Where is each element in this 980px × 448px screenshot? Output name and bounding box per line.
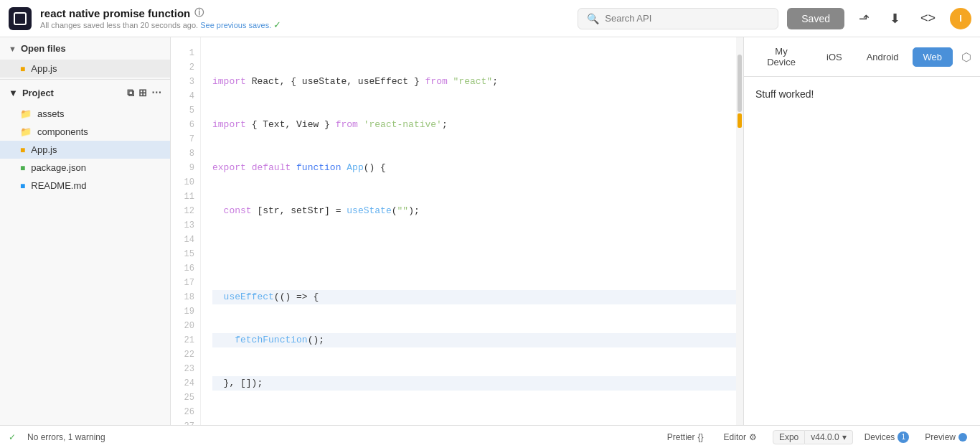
saved-button[interactable]: Saved — [787, 8, 844, 29]
code-line-8: }, []); — [212, 376, 736, 391]
tab-android[interactable]: Android — [856, 47, 910, 67]
expo-selector: Expo v44.0.0 ▾ — [773, 430, 853, 444]
file-js-icon: ■ — [20, 64, 25, 74]
sidebar-item-readmemd[interactable]: ■ README.md — [0, 177, 170, 195]
sidebar-open-file-appjs[interactable]: ■ App.js — [0, 60, 170, 78]
header: react native promise function ⓘ All chan… — [0, 0, 980, 37]
folder-icon: 📁 — [20, 126, 32, 137]
title-area: react native promise function ⓘ All chan… — [40, 6, 281, 30]
chevron-down-icon: ▼ — [9, 45, 17, 53]
editor-label: Editor — [724, 432, 746, 442]
chevron-down-icon: ▾ — [842, 432, 847, 442]
code-view: 12345 678910 1112131415 1617181920 21222… — [171, 37, 743, 425]
file-js-icon: ■ — [20, 145, 25, 155]
code-line-3: export default function App() { — [212, 161, 736, 175]
preview-active-dot — [958, 433, 967, 442]
search-bar: 🔍 — [578, 8, 778, 29]
code-line-2: import { Text, View } from 'react-native… — [212, 118, 736, 132]
open-files-section[interactable]: ▼ Open files — [0, 37, 170, 60]
new-folder-icon[interactable]: ⊞ — [138, 87, 147, 99]
file-md-icon: ■ — [20, 181, 25, 191]
code-view-toggle-button[interactable]: <> — [915, 8, 941, 29]
preview-label: Preview — [925, 432, 956, 442]
prettier-label: Prettier — [667, 432, 695, 442]
gear-icon: ⚙ — [749, 432, 757, 442]
tab-my-device[interactable]: My Device — [750, 42, 813, 72]
expo-version-dropdown[interactable]: v44.0.0 ▾ — [805, 430, 852, 444]
divider — [0, 79, 170, 80]
project-section[interactable]: ▼ Project ⧉ ⊞ ⋯ — [0, 81, 170, 105]
code-line-9 — [212, 419, 736, 425]
folder-icon: 📁 — [20, 108, 32, 119]
project-actions: ⧉ ⊞ ⋯ — [127, 87, 161, 99]
open-files-label: Open files — [21, 43, 66, 54]
project-label: Project — [22, 88, 54, 98]
prettier-button[interactable]: Prettier {} — [663, 431, 708, 444]
code-line-7: fetchFunction(); — [212, 333, 736, 347]
editor-button[interactable]: Editor ⚙ — [720, 431, 761, 444]
status-bar: ✓ No errors, 1 warning Prettier {} Edito… — [0, 425, 980, 448]
code-line-4: const [str, setStr] = useState(""); — [212, 204, 736, 218]
status-no-errors: No errors, 1 warning — [27, 432, 105, 442]
devices-count-badge: 1 — [897, 431, 909, 443]
tab-ios[interactable]: iOS — [816, 47, 853, 67]
scroll-thumb — [738, 55, 742, 112]
info-icon[interactable]: ⓘ — [194, 6, 204, 19]
main-body: ▼ Open files ■ App.js ▼ Project ⧉ ⊞ ⋯ 📁 … — [0, 37, 980, 425]
devices-button[interactable]: Devices 1 — [864, 431, 910, 443]
search-input[interactable] — [605, 13, 769, 24]
download-icon-button[interactable]: ⬇ — [884, 8, 906, 29]
autosave-status: All changes saved less than 20 seconds a… — [40, 19, 281, 30]
chevron-down-icon: ▼ — [9, 88, 18, 98]
external-link-icon[interactable]: ⬡ — [958, 47, 974, 67]
status-check-icon: ✓ — [9, 432, 16, 442]
scroll-orange-marker — [738, 113, 742, 128]
new-file-icon[interactable]: ⧉ — [127, 87, 134, 99]
code-line-6: useEffect(() => { — [212, 290, 736, 304]
logo — [9, 7, 32, 30]
code-content[interactable]: import React, { useState, useEffect } fr… — [201, 37, 736, 425]
editor-area: 12345 678910 1112131415 1617181920 21222… — [171, 37, 743, 425]
preview-output-text: Stuff worked! — [755, 88, 814, 100]
sidebar-item-components[interactable]: 📁 components — [0, 123, 170, 141]
code-line-5 — [212, 247, 736, 261]
preview-tabs: My Device iOS Android Web ⬡ — [744, 37, 980, 77]
sidebar: ▼ Open files ■ App.js ▼ Project ⧉ ⊞ ⋯ 📁 … — [0, 37, 171, 425]
user-avatar[interactable]: I — [950, 8, 971, 29]
sidebar-item-appjs[interactable]: ■ App.js — [0, 141, 170, 159]
preview-button[interactable]: Preview — [920, 431, 971, 444]
preview-content: Stuff worked! — [744, 77, 980, 425]
search-icon: 🔍 — [587, 13, 599, 24]
logo-inner — [14, 12, 27, 25]
scroll-indicator — [736, 37, 743, 425]
line-numbers: 12345 678910 1112131415 1617181920 21222… — [171, 37, 201, 425]
sidebar-item-assets[interactable]: 📁 assets — [0, 105, 170, 123]
saved-checkmark: ✓ — [273, 19, 281, 30]
sidebar-item-packagejson[interactable]: ■ package.json — [0, 159, 170, 177]
more-options-icon[interactable]: ⋯ — [151, 87, 161, 99]
open-file-name: App.js — [31, 63, 57, 74]
prettier-icon: {} — [698, 432, 704, 442]
share-icon-button[interactable]: ⬏ — [853, 8, 875, 29]
file-json-icon: ■ — [20, 163, 25, 173]
app-title: react native promise function ⓘ — [40, 6, 281, 19]
preview-panel: My Device iOS Android Web ⬡ Stuff worked… — [743, 37, 980, 425]
tab-web[interactable]: Web — [913, 47, 953, 67]
see-previous-saves-link[interactable]: See previous saves. — [200, 21, 271, 29]
expo-label: Expo — [773, 430, 805, 444]
code-line-1: import React, { useState, useEffect } fr… — [212, 75, 736, 89]
devices-label: Devices — [864, 432, 895, 442]
